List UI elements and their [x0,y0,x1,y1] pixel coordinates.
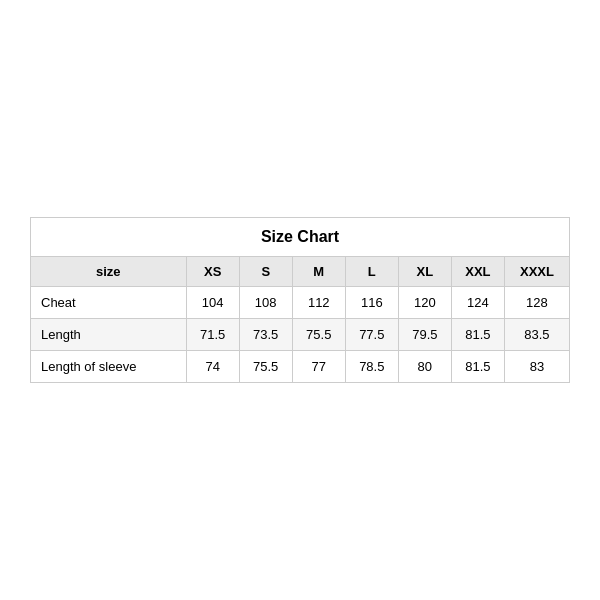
sleeve-m: 77 [292,351,345,383]
length-xs: 71.5 [186,319,239,351]
table-row: Length of sleeve 74 75.5 77 78.5 80 81.5… [31,351,570,383]
table-title: Size Chart [31,218,570,257]
sleeve-xxl: 81.5 [451,351,504,383]
cheat-s: 108 [239,287,292,319]
length-xxxl: 83.5 [504,319,569,351]
length-s: 73.5 [239,319,292,351]
cheat-xl: 120 [398,287,451,319]
sleeve-s: 75.5 [239,351,292,383]
cheat-xs: 104 [186,287,239,319]
table-row: Cheat 104 108 112 116 120 124 128 [31,287,570,319]
cheat-xxxl: 128 [504,287,569,319]
sleeve-xxxl: 83 [504,351,569,383]
row-label-sleeve: Length of sleeve [31,351,187,383]
header-xxl: XXL [451,257,504,287]
header-row: size XS S M L XL XXL XXXL [31,257,570,287]
header-xs: XS [186,257,239,287]
header-m: M [292,257,345,287]
header-xxxl: XXXL [504,257,569,287]
cheat-m: 112 [292,287,345,319]
size-chart-table: Size Chart size XS S M L XL XXL XXXL Che… [30,217,570,383]
length-l: 77.5 [345,319,398,351]
sleeve-xs: 74 [186,351,239,383]
size-chart-container: Size Chart size XS S M L XL XXL XXXL Che… [30,217,570,383]
sleeve-l: 78.5 [345,351,398,383]
title-row: Size Chart [31,218,570,257]
row-label-cheat: Cheat [31,287,187,319]
length-xl: 79.5 [398,319,451,351]
header-size: size [31,257,187,287]
sleeve-xl: 80 [398,351,451,383]
header-xl: XL [398,257,451,287]
length-xxl: 81.5 [451,319,504,351]
cheat-l: 116 [345,287,398,319]
header-s: S [239,257,292,287]
cheat-xxl: 124 [451,287,504,319]
table-row: Length 71.5 73.5 75.5 77.5 79.5 81.5 83.… [31,319,570,351]
row-label-length: Length [31,319,187,351]
length-m: 75.5 [292,319,345,351]
header-l: L [345,257,398,287]
